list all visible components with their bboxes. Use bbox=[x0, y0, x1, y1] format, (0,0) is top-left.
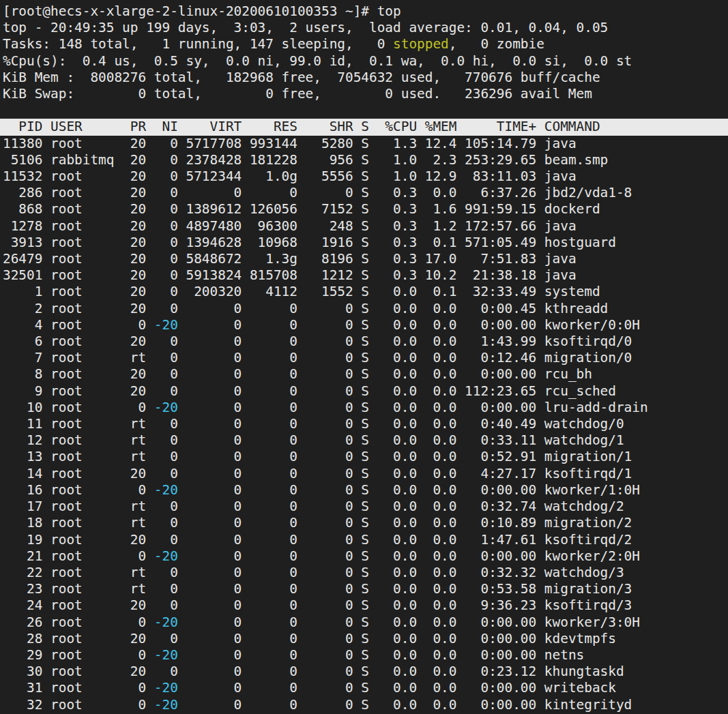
nice-value: -20 bbox=[154, 614, 178, 630]
row-text: 22 root rt bbox=[3, 565, 154, 580]
top-tasks-line: Tasks: 148 total, 1 running, 147 sleepin… bbox=[3, 36, 728, 53]
row-text: 0 0 0 S 0.0 0.0 0:00.00 lru-add-drain bbox=[178, 400, 648, 415]
row-text: 12 root rt bbox=[3, 432, 154, 448]
process-row: 7 root rt 0 0 0 0 S 0.0 0.0 0:12.46 migr… bbox=[3, 350, 728, 366]
nice-value: 0 bbox=[154, 235, 178, 250]
process-row: 1278 root 20 0 4897480 96300 248 S 0.3 1… bbox=[3, 218, 728, 235]
tasks-text-after: , 0 zombie bbox=[449, 36, 544, 52]
nice-value: 0 bbox=[154, 499, 178, 514]
row-text: 868 root 20 bbox=[3, 201, 154, 217]
process-row: 24 root 20 0 0 0 0 S 0.0 0.0 9:36.23 kso… bbox=[3, 597, 728, 614]
tasks-text-before: Tasks: 148 total, 1 running, 147 sleepin… bbox=[3, 36, 393, 52]
process-row: 19 root 20 0 0 0 0 S 0.0 0.0 1:47.61 kso… bbox=[3, 532, 728, 548]
row-text: 0 0 0 S 0.0 0.0 112:23.65 rcu_sched bbox=[178, 383, 616, 399]
row-text: 13 root rt bbox=[3, 449, 154, 464]
row-text: 7 root rt bbox=[3, 350, 154, 366]
nice-value: 0 bbox=[154, 201, 178, 217]
process-table-header: PID USER PR NI VIRT RES SHR S %CPU %MEM … bbox=[0, 119, 728, 135]
nice-value: 0 bbox=[154, 515, 178, 531]
process-row: 30 root 20 0 0 0 0 S 0.0 0.0 0:23.12 khu… bbox=[3, 664, 728, 680]
row-text: 16 root 0 bbox=[3, 482, 154, 498]
nice-value: 0 bbox=[154, 532, 178, 548]
row-text: 3913 root 20 bbox=[3, 235, 154, 250]
row-text: 2 root 20 bbox=[3, 301, 154, 316]
nice-value: 0 bbox=[154, 597, 178, 613]
row-text: 1 root 20 bbox=[3, 284, 154, 299]
row-text: 1389612 126056 7152 S 0.3 1.6 991:59.15 … bbox=[178, 201, 600, 217]
nice-value: 0 bbox=[154, 383, 178, 399]
row-text: 0 0 0 S 0.0 0.0 0:52.91 migration/1 bbox=[178, 449, 632, 464]
nice-value: 0 bbox=[154, 267, 178, 283]
process-row: 32501 root 20 0 5913824 815708 1212 S 0.… bbox=[3, 267, 728, 284]
nice-value: 0 bbox=[154, 350, 178, 366]
row-text: 28 root 20 bbox=[3, 631, 154, 646]
process-row: 12 root rt 0 0 0 0 S 0.0 0.0 0:33.11 wat… bbox=[3, 432, 728, 449]
row-text: 11380 root 20 bbox=[3, 136, 154, 151]
row-text: 30 root 20 bbox=[3, 664, 154, 679]
row-text: 5712344 1.0g 5556 S 1.0 12.9 83:11.03 ja… bbox=[178, 168, 577, 184]
nice-value: 0 bbox=[154, 664, 178, 679]
process-row: 14 root 20 0 0 0 0 S 0.0 0.0 4:27.17 kso… bbox=[3, 466, 728, 482]
row-text: 0 0 0 S 0.0 0.0 9:36.23 ksoftirqd/3 bbox=[178, 597, 632, 613]
nice-value: -20 bbox=[154, 548, 178, 564]
row-text: 10 root 0 bbox=[3, 400, 154, 415]
row-text: 200320 4112 1552 S 0.0 0.1 32:33.49 syst… bbox=[178, 284, 600, 299]
process-row: 11 root rt 0 0 0 0 S 0.0 0.0 0:40.49 wat… bbox=[3, 416, 728, 432]
process-row: 286 root 20 0 0 0 0 S 0.3 0.0 6:37.26 jb… bbox=[3, 185, 728, 201]
terminal-window[interactable]: [root@hecs-x-xlarge-2-linux-202006101003… bbox=[0, 0, 728, 714]
nice-value: -20 bbox=[154, 400, 178, 415]
nice-value: 0 bbox=[154, 565, 178, 580]
row-text: 0 0 0 S 0.0 0.0 0:00.00 kworker/1:0H bbox=[178, 482, 640, 498]
process-row: 6 root 20 0 0 0 0 S 0.0 0.0 1:43.99 ksof… bbox=[3, 333, 728, 350]
row-text: 0 0 0 S 0.0 0.0 0:00.45 kthreadd bbox=[178, 301, 608, 316]
row-text: 0 0 0 S 0.0 0.0 0:10.89 migration/2 bbox=[178, 515, 632, 531]
nice-value: 0 bbox=[154, 449, 178, 464]
process-row: 11380 root 20 0 5717708 993144 5280 S 1.… bbox=[3, 136, 728, 152]
nice-value: -20 bbox=[154, 697, 178, 713]
process-row: 5106 rabbitmq 20 0 2378428 181228 956 S … bbox=[3, 152, 728, 168]
row-text: 0 0 0 S 0.0 0.0 0:00.00 kintegrityd bbox=[178, 697, 632, 713]
row-text: 6 root 20 bbox=[3, 333, 154, 349]
process-row: 28 root 20 0 0 0 0 S 0.0 0.0 0:00.00 kde… bbox=[3, 631, 728, 647]
process-row: 9 root 20 0 0 0 0 S 0.0 0.0 112:23.65 rc… bbox=[3, 383, 728, 400]
nice-value: 0 bbox=[154, 301, 178, 316]
row-text: 0 0 0 S 0.0 0.0 0:23.12 khungtaskd bbox=[178, 664, 624, 679]
process-row: 26 root 0 -20 0 0 0 S 0.0 0.0 0:00.00 kw… bbox=[3, 614, 728, 631]
row-text: 0 0 0 S 0.0 0.0 0:33.11 watchdog/1 bbox=[178, 432, 624, 448]
row-text: 29 root 0 bbox=[3, 647, 154, 663]
row-text: 17 root rt bbox=[3, 499, 154, 514]
row-text: 0 0 0 S 0.3 0.0 6:37.26 jbd2/vda1-8 bbox=[178, 185, 632, 200]
top-cpu-line: %Cpu(s): 0.4 us, 0.5 sy, 0.0 ni, 99.0 id… bbox=[3, 53, 728, 70]
nice-value: 0 bbox=[154, 416, 178, 432]
row-text: 2378428 181228 956 S 1.0 2.3 253:29.65 b… bbox=[178, 152, 608, 168]
row-text: 0 0 0 S 0.0 0.0 4:27.17 ksoftirqd/1 bbox=[178, 466, 632, 481]
nice-value: 0 bbox=[154, 581, 178, 597]
row-text: 19 root 20 bbox=[3, 532, 154, 548]
row-text: 11532 root 20 bbox=[3, 168, 154, 184]
nice-value: -20 bbox=[154, 680, 178, 696]
row-text: 0 0 0 S 0.0 0.0 0:53.58 migration/3 bbox=[178, 581, 632, 597]
row-text: 0 0 0 S 0.0 0.0 1:43.99 ksoftirqd/0 bbox=[178, 333, 632, 349]
nice-value: 0 bbox=[154, 168, 178, 184]
process-row: 18 root rt 0 0 0 0 S 0.0 0.0 0:10.89 mig… bbox=[3, 515, 728, 531]
shell-prompt-text: [root@hecs-x-xlarge-2-linux-202006101003… bbox=[3, 3, 401, 19]
nice-value: -20 bbox=[154, 647, 178, 663]
process-row: 868 root 20 0 1389612 126056 7152 S 0.3 … bbox=[3, 201, 728, 218]
row-text: 32501 root 20 bbox=[3, 267, 154, 283]
top-uptime-line: top - 20:49:35 up 199 days, 3:03, 2 user… bbox=[3, 20, 728, 36]
row-text: 1278 root 20 bbox=[3, 218, 154, 234]
process-row: 11532 root 20 0 5712344 1.0g 5556 S 1.0 … bbox=[3, 168, 728, 185]
top-swap-line: KiB Swap: 0 total, 0 free, 0 used. 23629… bbox=[3, 86, 728, 102]
tasks-stopped-highlight: stopped bbox=[393, 36, 449, 52]
process-row: 3913 root 20 0 1394628 10968 1916 S 0.3 … bbox=[3, 235, 728, 251]
nice-value: 0 bbox=[154, 466, 178, 481]
row-text: 11 root rt bbox=[3, 416, 154, 432]
nice-value: 0 bbox=[154, 432, 178, 448]
row-text: 0 0 0 S 0.0 0.0 0:00.00 kworker/2:0H bbox=[178, 548, 640, 564]
row-text: 26479 root 20 bbox=[3, 251, 154, 267]
row-text: 0 0 0 S 0.0 0.0 0:12.46 migration/0 bbox=[178, 350, 632, 366]
nice-value: -20 bbox=[154, 317, 178, 333]
row-text: 21 root 0 bbox=[3, 548, 154, 564]
row-text: 0 0 0 S 0.0 0.0 0:32.32 watchdog/3 bbox=[178, 565, 624, 580]
nice-value: 0 bbox=[154, 152, 178, 168]
